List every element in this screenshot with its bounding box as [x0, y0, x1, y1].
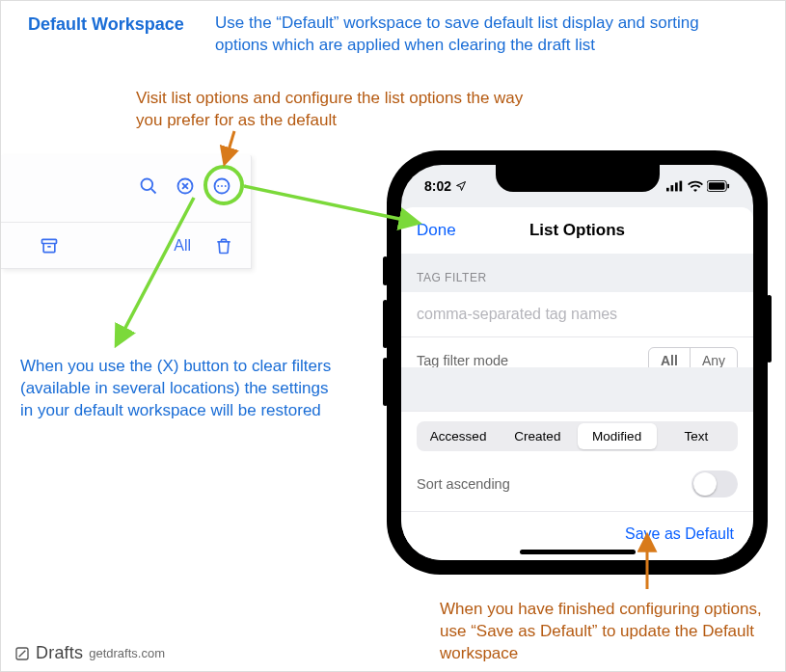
- search-icon[interactable]: [139, 176, 158, 196]
- home-indicator: [520, 550, 636, 554]
- battery-icon: [707, 180, 730, 192]
- tag-filter-mode-segment[interactable]: All Any: [648, 347, 738, 367]
- footer-brand: Drafts getdrafts.com: [14, 643, 165, 663]
- list-options-sheet-bottom: Accessed Created Modified Text Sort asce…: [401, 411, 753, 560]
- tag-mode-all[interactable]: All: [649, 348, 690, 367]
- page-title: Default Workspace: [28, 14, 184, 35]
- sheet-title: List Options: [529, 221, 625, 240]
- doc-canvas: Default Workspace Use the “Default” work…: [0, 0, 786, 672]
- phone-screen: 8:02 Done List Options TAG FILTER comma-…: [401, 165, 753, 560]
- save-as-default-button[interactable]: Save as Default: [625, 525, 734, 542]
- svg-rect-9: [42, 239, 57, 243]
- svg-rect-17: [727, 184, 729, 189]
- sort-ascending-label: Sort ascending: [417, 476, 510, 492]
- svg-point-6: [217, 185, 219, 187]
- location-icon: [455, 180, 467, 192]
- svg-point-8: [225, 185, 227, 187]
- phone-mock: 8:02 Done List Options TAG FILTER comma-…: [387, 150, 768, 575]
- annotation-top: Visit list options and configure the lis…: [136, 88, 541, 132]
- svg-rect-14: [680, 181, 683, 192]
- tag-mode-any[interactable]: Any: [690, 348, 737, 367]
- status-time: 8:02: [424, 178, 451, 194]
- x-circle-icon[interactable]: [176, 176, 195, 196]
- tag-filter-mode-label: Tag filter mode: [417, 353, 508, 367]
- footer-site: getdrafts.com: [89, 646, 165, 660]
- tag-filter-section-label: TAG FILTER: [401, 254, 753, 292]
- signal-icon: [666, 180, 684, 192]
- tag-filter-input[interactable]: comma-separated tag names: [401, 292, 753, 336]
- drafts-app-icon: [14, 646, 30, 661]
- list-options-sheet-top: Done List Options TAG FILTER comma-separ…: [401, 207, 753, 367]
- sort-modified[interactable]: Modified: [578, 423, 657, 449]
- footer-brand-name: Drafts: [36, 643, 83, 663]
- sort-text[interactable]: Text: [657, 423, 736, 449]
- sort-by-segment[interactable]: Accessed Created Modified Text: [417, 421, 738, 451]
- sort-created[interactable]: Created: [498, 423, 577, 449]
- archive-box-icon[interactable]: [40, 236, 59, 255]
- wifi-icon: [688, 180, 703, 192]
- sort-accessed[interactable]: Accessed: [419, 423, 498, 449]
- annotation-left: When you use the (X) button to clear fil…: [20, 356, 339, 422]
- trash-icon[interactable]: [214, 236, 233, 255]
- annotation-bottom: When you have finished configuring optio…: [440, 599, 768, 665]
- more-icon[interactable]: [212, 176, 231, 196]
- svg-point-7: [221, 185, 223, 187]
- svg-line-1: [151, 189, 156, 194]
- tag-filter-placeholder: comma-separated tag names: [417, 306, 617, 322]
- tag-filter-mode-row: Tag filter mode All Any: [401, 336, 753, 367]
- done-button[interactable]: Done: [417, 221, 456, 240]
- filter-all-button[interactable]: All: [174, 237, 191, 255]
- svg-rect-16: [709, 182, 725, 189]
- svg-rect-11: [666, 188, 669, 192]
- phone-notch: [496, 165, 660, 192]
- page-description: Use the “Default” workspace to save defa…: [215, 13, 736, 57]
- svg-rect-13: [675, 182, 678, 191]
- sort-ascending-switch[interactable]: [691, 470, 738, 497]
- toolbar-panel: All: [1, 155, 252, 269]
- svg-rect-12: [671, 185, 674, 191]
- svg-point-0: [142, 179, 153, 191]
